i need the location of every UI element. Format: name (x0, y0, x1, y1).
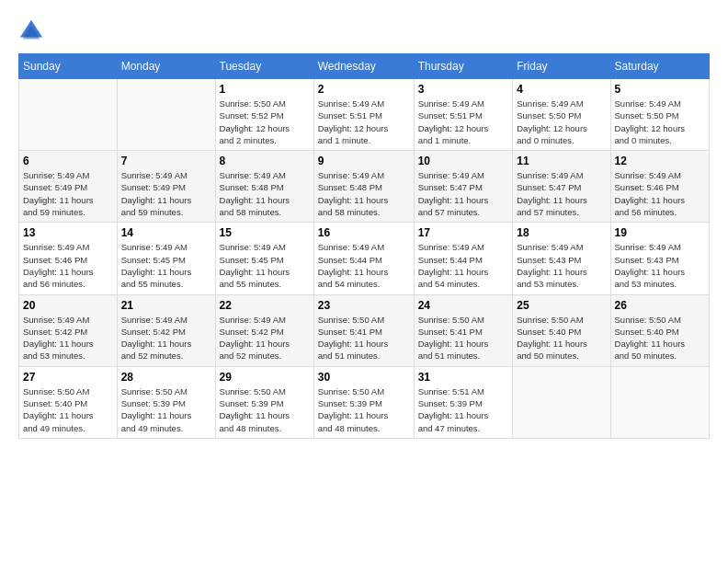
day-info: Sunrise: 5:50 AM Sunset: 5:41 PM Dayligh… (318, 314, 410, 362)
day-info: Sunrise: 5:49 AM Sunset: 5:47 PM Dayligh… (418, 169, 509, 218)
logo-icon (18, 18, 44, 44)
calendar-cell: 4Sunrise: 5:49 AM Sunset: 5:50 PM Daylig… (513, 79, 610, 151)
page-header (18, 18, 710, 44)
calendar-cell: 10Sunrise: 5:49 AM Sunset: 5:47 PM Dayli… (414, 151, 513, 223)
calendar-cell: 1Sunrise: 5:50 AM Sunset: 5:52 PM Daylig… (215, 79, 313, 151)
day-info: Sunrise: 5:49 AM Sunset: 5:48 PM Dayligh… (318, 169, 410, 218)
day-number: 25 (517, 299, 606, 312)
day-info: Sunrise: 5:49 AM Sunset: 5:42 PM Dayligh… (23, 314, 113, 362)
day-info: Sunrise: 5:50 AM Sunset: 5:40 PM Dayligh… (23, 385, 113, 434)
header-wednesday: Wednesday (313, 54, 414, 79)
header-monday: Monday (117, 54, 215, 79)
calendar-cell: 3Sunrise: 5:49 AM Sunset: 5:51 PM Daylig… (414, 79, 513, 151)
day-number: 11 (517, 155, 606, 167)
calendar-cell: 27Sunrise: 5:50 AM Sunset: 5:40 PM Dayli… (19, 366, 118, 438)
day-info: Sunrise: 5:49 AM Sunset: 5:51 PM Dayligh… (318, 98, 410, 146)
header-sunday: Sunday (19, 54, 118, 79)
calendar-cell: 22Sunrise: 5:49 AM Sunset: 5:42 PM Dayli… (215, 294, 313, 366)
day-info: Sunrise: 5:50 AM Sunset: 5:40 PM Dayligh… (615, 314, 705, 362)
day-number: 2 (318, 83, 410, 96)
day-number: 28 (121, 371, 211, 384)
calendar-cell: 9Sunrise: 5:49 AM Sunset: 5:48 PM Daylig… (313, 151, 414, 223)
day-number: 24 (418, 299, 509, 312)
calendar-cell: 30Sunrise: 5:50 AM Sunset: 5:39 PM Dayli… (313, 366, 414, 438)
calendar-cell: 6Sunrise: 5:49 AM Sunset: 5:49 PM Daylig… (19, 151, 118, 223)
day-info: Sunrise: 5:51 AM Sunset: 5:39 PM Dayligh… (418, 385, 509, 434)
calendar-cell: 25Sunrise: 5:50 AM Sunset: 5:40 PM Dayli… (513, 294, 610, 366)
calendar-cell: 11Sunrise: 5:49 AM Sunset: 5:47 PM Dayli… (513, 151, 610, 223)
day-info: Sunrise: 5:50 AM Sunset: 5:39 PM Dayligh… (121, 385, 211, 434)
header-tuesday: Tuesday (215, 54, 313, 79)
day-info: Sunrise: 5:50 AM Sunset: 5:39 PM Dayligh… (220, 385, 310, 434)
calendar-body: 1Sunrise: 5:50 AM Sunset: 5:52 PM Daylig… (19, 79, 710, 439)
calendar-cell: 28Sunrise: 5:50 AM Sunset: 5:39 PM Dayli… (117, 366, 215, 438)
week-row-2: 6Sunrise: 5:49 AM Sunset: 5:49 PM Daylig… (19, 151, 710, 223)
week-row-3: 13Sunrise: 5:49 AM Sunset: 5:46 PM Dayli… (19, 223, 710, 294)
day-info: Sunrise: 5:49 AM Sunset: 5:45 PM Dayligh… (220, 241, 310, 290)
calendar-cell: 19Sunrise: 5:49 AM Sunset: 5:43 PM Dayli… (610, 223, 709, 294)
day-info: Sunrise: 5:49 AM Sunset: 5:43 PM Dayligh… (517, 241, 606, 290)
day-info: Sunrise: 5:50 AM Sunset: 5:52 PM Dayligh… (220, 98, 310, 146)
calendar-cell: 18Sunrise: 5:49 AM Sunset: 5:43 PM Dayli… (513, 223, 610, 294)
day-number: 20 (23, 299, 113, 312)
logo (18, 18, 48, 44)
day-number: 6 (23, 155, 113, 167)
day-info: Sunrise: 5:49 AM Sunset: 5:46 PM Dayligh… (23, 241, 113, 290)
day-number: 10 (418, 155, 509, 167)
header-saturday: Saturday (610, 54, 709, 79)
header-thursday: Thursday (414, 54, 513, 79)
day-number: 1 (220, 83, 310, 96)
day-info: Sunrise: 5:49 AM Sunset: 5:42 PM Dayligh… (220, 314, 310, 362)
day-number: 21 (121, 299, 211, 312)
day-number: 4 (517, 83, 606, 96)
day-number: 13 (23, 226, 113, 239)
day-info: Sunrise: 5:49 AM Sunset: 5:49 PM Dayligh… (121, 169, 211, 218)
day-info: Sunrise: 5:49 AM Sunset: 5:46 PM Dayligh… (615, 169, 705, 218)
day-number: 19 (615, 226, 705, 239)
day-info: Sunrise: 5:49 AM Sunset: 5:49 PM Dayligh… (23, 169, 113, 218)
calendar-header: SundayMondayTuesdayWednesdayThursdayFrid… (19, 54, 710, 79)
calendar-cell (610, 366, 709, 438)
calendar-cell: 5Sunrise: 5:49 AM Sunset: 5:50 PM Daylig… (610, 79, 709, 151)
day-number: 9 (318, 155, 410, 167)
day-number: 5 (615, 83, 705, 96)
day-number: 26 (615, 299, 705, 312)
calendar-cell: 26Sunrise: 5:50 AM Sunset: 5:40 PM Dayli… (610, 294, 709, 366)
calendar-cell: 15Sunrise: 5:49 AM Sunset: 5:45 PM Dayli… (215, 223, 313, 294)
day-info: Sunrise: 5:49 AM Sunset: 5:43 PM Dayligh… (615, 241, 705, 290)
day-number: 22 (220, 299, 310, 312)
day-info: Sunrise: 5:50 AM Sunset: 5:39 PM Dayligh… (318, 385, 410, 434)
day-info: Sunrise: 5:49 AM Sunset: 5:44 PM Dayligh… (418, 241, 509, 290)
calendar-cell: 2Sunrise: 5:49 AM Sunset: 5:51 PM Daylig… (313, 79, 414, 151)
day-number: 30 (318, 371, 410, 384)
week-row-1: 1Sunrise: 5:50 AM Sunset: 5:52 PM Daylig… (19, 79, 710, 151)
day-number: 23 (318, 299, 410, 312)
day-info: Sunrise: 5:49 AM Sunset: 5:47 PM Dayligh… (517, 169, 606, 218)
calendar-cell: 21Sunrise: 5:49 AM Sunset: 5:42 PM Dayli… (117, 294, 215, 366)
week-row-5: 27Sunrise: 5:50 AM Sunset: 5:40 PM Dayli… (19, 366, 710, 438)
day-info: Sunrise: 5:49 AM Sunset: 5:50 PM Dayligh… (615, 98, 705, 146)
day-info: Sunrise: 5:49 AM Sunset: 5:44 PM Dayligh… (318, 241, 410, 290)
header-friday: Friday (513, 54, 610, 79)
calendar-cell: 13Sunrise: 5:49 AM Sunset: 5:46 PM Dayli… (19, 223, 118, 294)
day-info: Sunrise: 5:49 AM Sunset: 5:51 PM Dayligh… (418, 98, 509, 146)
day-number: 17 (418, 226, 509, 239)
calendar-cell: 24Sunrise: 5:50 AM Sunset: 5:41 PM Dayli… (414, 294, 513, 366)
calendar-cell: 23Sunrise: 5:50 AM Sunset: 5:41 PM Dayli… (313, 294, 414, 366)
calendar-cell (513, 366, 610, 438)
calendar-cell (117, 79, 215, 151)
calendar-cell: 12Sunrise: 5:49 AM Sunset: 5:46 PM Dayli… (610, 151, 709, 223)
day-number: 3 (418, 83, 509, 96)
day-info: Sunrise: 5:50 AM Sunset: 5:41 PM Dayligh… (418, 314, 509, 362)
calendar-cell: 20Sunrise: 5:49 AM Sunset: 5:42 PM Dayli… (19, 294, 118, 366)
header-row: SundayMondayTuesdayWednesdayThursdayFrid… (19, 54, 710, 79)
day-info: Sunrise: 5:49 AM Sunset: 5:50 PM Dayligh… (517, 98, 606, 146)
week-row-4: 20Sunrise: 5:49 AM Sunset: 5:42 PM Dayli… (19, 294, 710, 366)
day-info: Sunrise: 5:49 AM Sunset: 5:42 PM Dayligh… (121, 314, 211, 362)
calendar-cell (19, 79, 118, 151)
day-number: 8 (220, 155, 310, 167)
day-info: Sunrise: 5:49 AM Sunset: 5:48 PM Dayligh… (220, 169, 310, 218)
day-number: 18 (517, 226, 606, 239)
day-info: Sunrise: 5:50 AM Sunset: 5:40 PM Dayligh… (517, 314, 606, 362)
day-number: 16 (318, 226, 410, 239)
